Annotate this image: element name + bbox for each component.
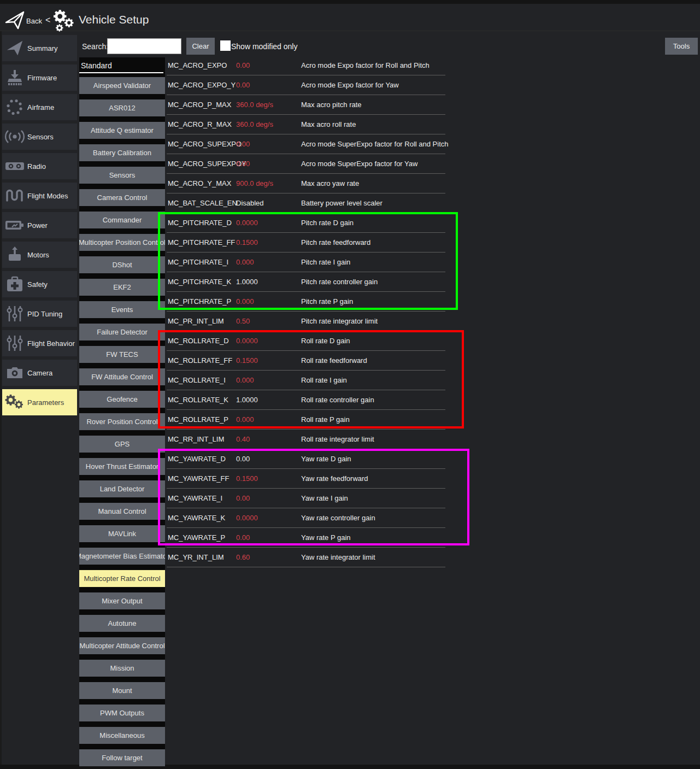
parameter-row[interactable]: MC_YAWRATE_P0.00Yaw rate P gain (167, 528, 445, 548)
category-multicopter-position-control[interactable]: Multicopter Position Control (79, 234, 165, 251)
category-asr012[interactable]: ASR012 (79, 99, 165, 116)
param-value: 0.00 (236, 140, 250, 148)
param-value: 0.000 (236, 376, 254, 384)
parameter-row[interactable]: MC_ACRO_Y_MAX900.0 deg/sMax acro yaw rat… (167, 174, 445, 193)
wave-icon (2, 187, 27, 204)
parameter-row[interactable]: MC_BAT_SCALE_ENDisabledBattery power lev… (167, 193, 445, 213)
category-geofence[interactable]: Geofence (79, 391, 165, 408)
parameter-row[interactable]: MC_YR_INT_LIM0.60Yaw rate integrator lim… (167, 548, 445, 567)
category-mount[interactable]: Mount (79, 682, 165, 699)
param-value: 1.0000 (236, 396, 258, 404)
sidebar-item-airframe[interactable]: Airframe (2, 94, 77, 120)
category-battery-calibration[interactable]: Battery Calibration (79, 144, 165, 161)
category-multicopter-attitude-control[interactable]: Multicopter Attitude Control (79, 637, 165, 654)
search-input[interactable] (107, 38, 181, 54)
sidebar-item-label: Flight Modes (27, 192, 68, 200)
param-name: MC_ROLLRATE_I (168, 376, 226, 384)
category-fw-attitude-control[interactable]: FW Attitude Control (79, 368, 165, 385)
category-failure-detector[interactable]: Failure Detector (79, 324, 165, 341)
sidebar-item-sensors[interactable]: Sensors (2, 124, 77, 150)
category-mission[interactable]: Mission (79, 660, 165, 677)
parameter-row[interactable]: MC_ROLLRATE_D0.0000Roll rate D gain (167, 331, 445, 351)
param-description: Pitch rate I gain (301, 258, 350, 266)
parameter-row[interactable]: MC_ROLLRATE_K1.0000Roll rate controller … (167, 390, 445, 410)
parameter-row[interactable]: MC_PITCHRATE_FF0.1500Pitch rate feedforw… (167, 233, 445, 253)
parameter-row[interactable]: MC_ACRO_SUPEXPOY0.00Acro mode SuperExpo … (167, 154, 445, 174)
category-rover-position-control[interactable]: Rover Position Control (79, 413, 165, 430)
parameter-row[interactable]: MC_PITCHRATE_K1.0000Pitch rate controlle… (167, 272, 445, 292)
param-description: Pitch rate feedforward (301, 238, 370, 246)
category-ekf2[interactable]: EKF2 (79, 279, 165, 296)
param-value: 0.1500 (236, 474, 258, 483)
sidebar-item-camera[interactable]: Camera (2, 360, 77, 386)
parameter-row[interactable]: MC_RR_INT_LIM0.40Roll rate integrator li… (167, 430, 445, 449)
sidebar-item-safety[interactable]: Safety (2, 271, 77, 297)
param-description: Roll rate P gain (301, 415, 350, 424)
category-attitude-q-estimator[interactable]: Attitude Q estimator (79, 122, 165, 139)
page-title: Vehicle Setup (79, 13, 149, 26)
sidebar-item-label: Radio (27, 162, 46, 171)
parameter-row[interactable]: MC_PITCHRATE_P0.000Pitch rate P gain (167, 292, 445, 312)
category-fw-tecs[interactable]: FW TECS (79, 346, 165, 363)
sidebar-item-radio[interactable]: Radio (2, 153, 77, 179)
category-land-detector[interactable]: Land Detector (79, 480, 165, 497)
sidebar-item-flight-modes[interactable]: Flight Modes (2, 183, 77, 209)
sidebar-item-label: PID Tuning (27, 310, 62, 318)
parameter-row[interactable]: MC_ACRO_EXPO0.00Acro mode Expo factor fo… (167, 56, 445, 75)
parameter-row[interactable]: MC_YAWRATE_FF0.1500Yaw rate feedforward (167, 469, 445, 489)
category-autotune[interactable]: Autotune (79, 615, 165, 632)
sidebar-item-label: Sensors (27, 133, 54, 141)
left-edge-strip (0, 31, 2, 765)
parameter-row[interactable]: MC_ROLLRATE_I0.000Roll rate I gain (167, 371, 445, 390)
category-airspeed-validator[interactable]: Airspeed Validator (79, 77, 165, 94)
gears-icon (2, 393, 27, 412)
param-name: MC_ACRO_EXPO_Y (168, 81, 236, 89)
category-multicopter-rate-control[interactable]: Multicopter Rate Control (79, 570, 165, 587)
parameter-row[interactable]: MC_YAWRATE_I0.00Yaw rate I gain (167, 489, 445, 508)
category-miscellaneous[interactable]: Miscellaneous (79, 727, 165, 744)
category-camera-control[interactable]: Camera Control (79, 189, 165, 206)
category-mixer-output[interactable]: Mixer Output (79, 592, 165, 609)
sidebar-item-motors[interactable]: Motors (2, 242, 77, 268)
parameter-row[interactable]: MC_ROLLRATE_FF0.1500Roll rate feedforwar… (167, 351, 445, 371)
category-commander[interactable]: Commander (79, 212, 165, 228)
param-description: Roll rate integrator limit (301, 435, 374, 443)
sidebar-item-pid-tuning[interactable]: PID Tuning (2, 301, 77, 327)
category-mavlink[interactable]: MAVLink (79, 525, 165, 542)
sidebar-item-power[interactable]: Power (2, 212, 77, 238)
show-modified-label: Show modified only (231, 42, 297, 51)
parameter-row[interactable]: MC_ACRO_EXPO_Y0.00Acro mode Expo factor … (167, 75, 445, 95)
setup-sidebar: Summary Firmware Airframe (2, 35, 77, 419)
sidebar-item-label: Safety (27, 280, 48, 289)
category-sensors[interactable]: Sensors (79, 167, 165, 184)
category-magnetometer-bias-estimator[interactable]: Magnetometer Bias Estimator (79, 548, 165, 565)
parameter-row[interactable]: MC_PITCHRATE_D0.0000Pitch rate D gain (167, 213, 445, 233)
category-gps[interactable]: GPS (79, 436, 165, 453)
clear-button[interactable]: Clear (186, 38, 215, 55)
category-manual-control[interactable]: Manual Control (79, 503, 165, 520)
show-modified-checkbox[interactable] (220, 40, 231, 51)
category-dshot[interactable]: DShot (79, 256, 165, 273)
tools-button[interactable]: Tools (665, 38, 698, 55)
parameter-row[interactable]: MC_ROLLRATE_P0.000Roll rate P gain (167, 410, 445, 430)
back-button[interactable]: Back (26, 17, 42, 25)
sidebar-item-summary[interactable]: Summary (2, 35, 77, 61)
back-chevron-icon[interactable]: < (45, 15, 50, 25)
param-name: MC_PITCHRATE_D (168, 219, 232, 227)
category-events[interactable]: Events (79, 301, 165, 318)
parameter-row[interactable]: MC_ACRO_SUPEXPO0.00Acro mode SuperExpo f… (167, 134, 445, 154)
category-pwm-outputs[interactable]: PWM Outputs (79, 705, 165, 721)
parameter-row[interactable]: MC_YAWRATE_D0.00Yaw rate D gain (167, 449, 445, 469)
parameter-row[interactable]: MC_YAWRATE_K0.0000Yaw rate controller ga… (167, 508, 445, 528)
sidebar-item-flight-behavior[interactable]: Flight Behavior (2, 330, 77, 356)
parameter-row[interactable]: MC_ACRO_R_MAX360.0 deg/sMax acro roll ra… (167, 115, 445, 134)
sidebar-item-firmware[interactable]: Firmware (2, 64, 77, 91)
param-description: Acro mode SuperExpo factor for Yaw (301, 160, 417, 168)
parameter-row[interactable]: MC_PITCHRATE_I0.000Pitch rate I gain (167, 253, 445, 272)
param-name: MC_PITCHRATE_I (168, 258, 228, 266)
parameter-row[interactable]: MC_ACRO_P_MAX360.0 deg/sMax acro pitch r… (167, 95, 445, 115)
parameter-row[interactable]: MC_PR_INT_LIM0.50Pitch rate integrator l… (167, 312, 445, 331)
category-follow-target[interactable]: Follow target (79, 749, 165, 766)
sidebar-item-parameters[interactable]: Parameters (2, 389, 77, 415)
category-hover-thrust-estimator[interactable]: Hover Thrust Estimator (79, 458, 165, 475)
